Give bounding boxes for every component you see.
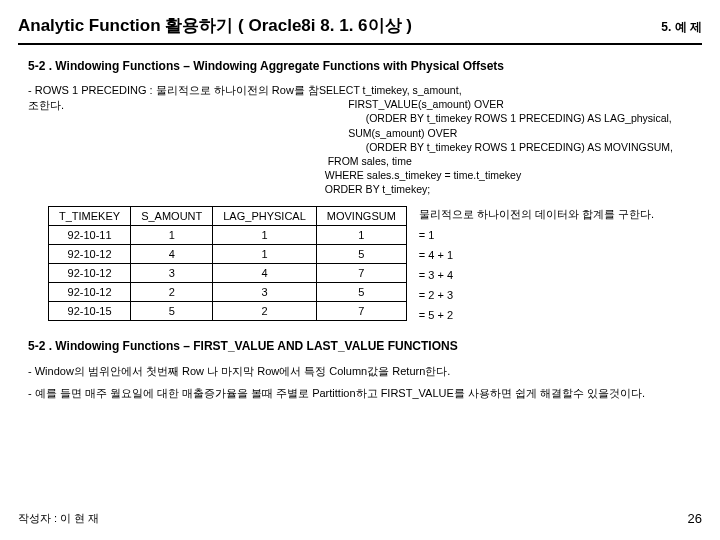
sql-line: ORDER BY t_timekey;	[319, 182, 702, 196]
cell: 1	[213, 245, 317, 264]
side-notes: 물리적으로 하나이전의 데이터와 합계를 구한다. = 1 = 4 + 1 = …	[419, 206, 654, 325]
page-number: 26	[688, 511, 702, 526]
col-header: S_AMOUNT	[131, 207, 213, 226]
cell: 1	[131, 226, 213, 245]
table-row: 92-10-11 1 1 1	[49, 226, 407, 245]
header-bar: Analytic Function 활용하기 ( Oracle8i 8. 1. …	[18, 14, 702, 45]
table-row: 92-10-12 4 1 5	[49, 245, 407, 264]
section2-heading: 5-2 . Windowing Functions – FIRST_VALUE …	[28, 339, 702, 353]
col-header: MOVINGSUM	[316, 207, 406, 226]
author-label: 작성자 : 이 현 재	[18, 511, 99, 526]
col-header: T_TIMEKEY	[49, 207, 131, 226]
cell: 3	[213, 283, 317, 302]
example-label: 5. 예 제	[661, 19, 702, 36]
side-note-top: 물리적으로 하나이전의 데이터와 합계를 구한다.	[419, 206, 654, 223]
table-row: 92-10-15 5 2 7	[49, 302, 407, 321]
cell: 5	[316, 283, 406, 302]
cell: 3	[131, 264, 213, 283]
sql-line: FIRST_VALUE(s_amount) OVER	[319, 97, 702, 111]
sql-line: (ORDER BY t_timekey ROWS 1 PRECEDING) AS…	[319, 140, 702, 154]
sql-line: SELECT t_timekey, s_amount,	[319, 83, 702, 97]
cell: 1	[213, 226, 317, 245]
sql-line: SUM(s_amount) OVER	[319, 126, 702, 140]
result-table: T_TIMEKEY S_AMOUNT LAG_PHYSICAL MOVINGSU…	[48, 206, 407, 321]
cell: 5	[131, 302, 213, 321]
section1-heading: 5-2 . Windowing Functions – Windowing Ag…	[28, 59, 702, 73]
sql-line: FROM sales, time	[319, 154, 702, 168]
sql-line: WHERE sales.s_timekey = time.t_timekey	[319, 168, 702, 182]
table-row: 92-10-12 3 4 7	[49, 264, 407, 283]
table-row: 92-10-12 2 3 5	[49, 283, 407, 302]
section2-desc1: - Window의 범위안에서 첫번째 Row 나 마지막 Row에서 특정 C…	[28, 363, 702, 380]
cell: 92-10-12	[49, 283, 131, 302]
table-header-row: T_TIMEKEY S_AMOUNT LAG_PHYSICAL MOVINGSU…	[49, 207, 407, 226]
left-note: - ROWS 1 PRECEDING : 물리적으로 하나이전의 Row를 참조…	[18, 83, 319, 196]
cell: 5	[316, 245, 406, 264]
cell: 7	[316, 264, 406, 283]
cell: 92-10-11	[49, 226, 131, 245]
equation: = 1	[419, 225, 654, 245]
cell: 92-10-12	[49, 245, 131, 264]
cell: 92-10-15	[49, 302, 131, 321]
footer: 작성자 : 이 현 재 26	[18, 511, 702, 526]
cell: 2	[131, 283, 213, 302]
sql-block: SELECT t_timekey, s_amount, FIRST_VALUE(…	[319, 83, 702, 196]
result-area: T_TIMEKEY S_AMOUNT LAG_PHYSICAL MOVINGSU…	[48, 206, 702, 325]
cell: 2	[213, 302, 317, 321]
equation: = 3 + 4	[419, 265, 654, 285]
section1-body: - ROWS 1 PRECEDING : 물리적으로 하나이전의 Row를 참조…	[18, 83, 702, 196]
equation: = 4 + 1	[419, 245, 654, 265]
equation: = 5 + 2	[419, 305, 654, 325]
col-header: LAG_PHYSICAL	[213, 207, 317, 226]
cell: 92-10-12	[49, 264, 131, 283]
cell: 7	[316, 302, 406, 321]
equation: = 2 + 3	[419, 285, 654, 305]
sql-line: (ORDER BY t_timekey ROWS 1 PRECEDING) AS…	[319, 111, 702, 125]
cell: 1	[316, 226, 406, 245]
cell: 4	[213, 264, 317, 283]
section2-desc2: - 예를 들면 매주 월요일에 대한 매출증가율을 볼때 주별로 Partitt…	[28, 385, 702, 402]
page-title: Analytic Function 활용하기 ( Oracle8i 8. 1. …	[18, 14, 412, 37]
section2: 5-2 . Windowing Functions – FIRST_VALUE …	[18, 339, 702, 402]
cell: 4	[131, 245, 213, 264]
